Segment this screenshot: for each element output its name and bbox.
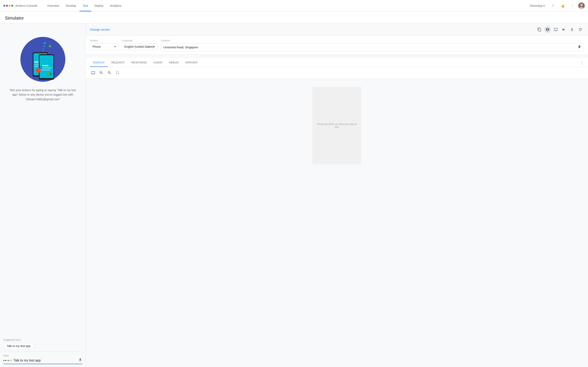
language-select[interactable]: English (United States) ▾ [122, 43, 157, 50]
language-chevron-icon: ▾ [154, 45, 155, 48]
zoom-out-button[interactable] [106, 69, 113, 76]
volume-icon-button[interactable] [560, 26, 568, 33]
tab-request[interactable]: REQUEST [108, 58, 128, 67]
notifications-button[interactable]: 🔔 [559, 2, 567, 10]
fullscreen-button[interactable] [114, 69, 121, 76]
nav-right: DemoApp ▾ ? 🔔 ⋮ [527, 2, 585, 10]
app-name: DemoApp [530, 4, 543, 7]
more-options-button[interactable]: ⋮ [568, 2, 577, 10]
dot-blue [3, 360, 4, 361]
svg-point-5 [43, 45, 45, 47]
google-logo [3, 5, 13, 7]
svg-point-1 [580, 4, 583, 6]
zoom-in-button[interactable] [98, 69, 104, 76]
nav-links: Overview Develop Test Deploy Analytics [44, 0, 125, 11]
surface-label: Surface [90, 39, 118, 42]
language-value: English (United States) [124, 45, 154, 48]
location-label: Location [161, 39, 584, 42]
refresh-icon-button[interactable] [577, 26, 584, 33]
svg-point-21 [36, 68, 41, 73]
tab-display[interactable]: DISPLAY [90, 58, 108, 67]
account-icon-button[interactable] [544, 26, 551, 33]
copy-icon-button[interactable] [536, 26, 543, 33]
input-section: Input ▾ [3, 351, 82, 364]
svg-rect-18 [40, 67, 52, 68]
view-toolbar [86, 67, 588, 79]
display-tabs: DISPLAY REQUEST RESPONSE AUDIO DEBUG ERR… [86, 58, 588, 67]
svg-point-7 [42, 50, 43, 52]
logo-dot-green [11, 5, 13, 7]
dot-green [8, 360, 9, 361]
page-title: Simulator [5, 16, 583, 21]
display-icon-button[interactable] [552, 26, 559, 33]
location-setting: Location Unnamed Road, Singapore [161, 39, 584, 51]
tabs-more-button[interactable]: ⋮ [580, 60, 584, 65]
google-assistant-icon: ▾ [3, 359, 12, 362]
svg-point-22 [47, 72, 51, 75]
nav-link-develop[interactable]: Develop [62, 0, 79, 11]
app-selector[interactable]: DemoApp ▾ [527, 3, 547, 8]
dot-red [5, 360, 6, 361]
tab-response[interactable]: RESPONSE [128, 58, 150, 67]
nav-link-deploy[interactable]: Deploy [91, 0, 107, 11]
chevron-icon[interactable]: ▾ [11, 359, 12, 362]
suggested-input-section: Suggested input Talk to my test app [3, 338, 82, 349]
colored-dots [3, 360, 9, 361]
location-pin-icon [578, 45, 581, 50]
surface-select[interactable]: Phone ▾ [90, 43, 118, 50]
text-input[interactable] [13, 359, 77, 362]
tab-debug[interactable]: DEBUG [166, 58, 182, 67]
right-toolbar: Change version [86, 24, 588, 36]
microphone-button[interactable] [78, 358, 82, 363]
surface-value: Phone [93, 45, 101, 48]
chevron-down-icon: ▾ [543, 4, 545, 7]
location-value: Unnamed Road, Singapore [163, 46, 198, 49]
logo-dot-red [6, 5, 8, 7]
illustration-svg [18, 35, 67, 84]
top-navigation: Actions Console Overview Develop Test De… [0, 0, 588, 11]
left-panel: Test your Actions by typing or saying "T… [0, 24, 86, 367]
bell-icon: 🔔 [561, 4, 564, 7]
toolbar-icons [536, 26, 584, 33]
input-row: ▾ [3, 358, 82, 364]
svg-point-4 [44, 42, 46, 44]
suggested-label: Suggested input [3, 338, 82, 341]
language-label: Language [122, 39, 157, 42]
right-panel: Change version [86, 24, 588, 367]
more-icon: ⋮ [571, 4, 574, 7]
fit-screen-button[interactable] [90, 69, 96, 76]
svg-rect-19 [40, 69, 50, 70]
nav-link-analytics[interactable]: Analytics [107, 0, 125, 11]
display-area: Visual will show up when you start to te… [86, 79, 588, 367]
change-version-link[interactable]: Change version [90, 28, 110, 31]
tab-errors[interactable]: ERRORS [182, 58, 201, 67]
svg-rect-23 [40, 65, 42, 69]
dot-yellow [7, 360, 8, 361]
description-text: Test your Actions by typing or saying "T… [3, 88, 82, 101]
logo-dot-yellow [9, 5, 11, 7]
surface-setting: Surface Phone ▾ [90, 39, 118, 51]
phone-preview: Visual will show up when you start to te… [312, 87, 361, 164]
main-layout: Test your Actions by typing or saying "T… [0, 24, 588, 367]
tab-audio[interactable]: AUDIO [150, 58, 166, 67]
simulator-illustration [3, 27, 82, 88]
settings-bar: Surface Phone ▾ Language English (United… [86, 36, 588, 55]
user-avatar[interactable] [578, 2, 585, 9]
svg-point-6 [43, 48, 44, 49]
language-setting: Language English (United States) ▾ [122, 39, 157, 51]
visual-placeholder: Visual will show up when you start to te… [312, 119, 361, 133]
nav-link-test[interactable]: Test [79, 0, 91, 11]
nav-logo: Actions Console [3, 4, 37, 7]
surface-chevron-icon: ▾ [114, 45, 116, 48]
nav-link-overview[interactable]: Overview [44, 0, 62, 11]
location-input[interactable]: Unnamed Road, Singapore [161, 43, 584, 51]
help-icon: ? [552, 4, 554, 7]
suggested-chip[interactable]: Talk to my test app [3, 343, 34, 349]
page-header: Simulator [0, 11, 588, 24]
help-button[interactable]: ? [549, 2, 557, 10]
input-label: Input [3, 354, 82, 357]
brand-name: Actions Console [15, 4, 37, 7]
logo-dot-blue [3, 5, 5, 7]
billing-icon-button[interactable] [568, 26, 576, 33]
